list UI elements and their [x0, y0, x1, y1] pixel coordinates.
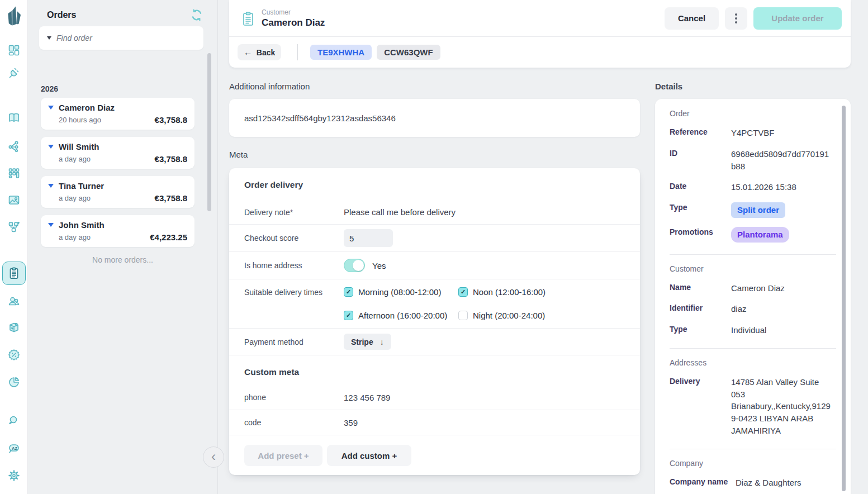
entity-type-label: Customer [262, 8, 325, 16]
delivery-time-checkbox-afternoon[interactable]: Afternoon (16:00-20:00) [344, 311, 458, 320]
add-custom-button[interactable]: Add custom + [327, 445, 411, 466]
orders-clipboard-icon [7, 266, 21, 281]
delivery-time-checkbox-night[interactable]: Night (20:00-24:00) [458, 311, 546, 320]
additional-information-heading: Additional information [229, 82, 640, 91]
detail-value: Individual [731, 324, 831, 336]
crystallize-logo-icon [4, 4, 23, 29]
details-section-addresses: Addresses [670, 358, 831, 367]
details-section-customer: Customer [670, 264, 831, 273]
crystallize-logo[interactable] [4, 4, 23, 29]
back-label: Back [257, 48, 275, 57]
customer-clipboard-icon [241, 11, 255, 26]
is-home-address-label: Is home address [244, 261, 344, 270]
delivery-time-checkbox-morning[interactable]: Morning (08:00-12:00) [344, 287, 458, 297]
sidebar-item-components[interactable] [7, 167, 21, 180]
sidebar-item-integrations[interactable] [7, 66, 21, 79]
is-home-address-toggle[interactable] [344, 259, 365, 272]
nav-rail: AZ [0, 0, 28, 494]
checkbox-icon [458, 287, 468, 297]
meta-heading: Meta [229, 150, 640, 159]
sidebar-item-localization[interactable]: AZ [7, 442, 21, 455]
orders-panel-title: Orders [47, 10, 76, 20]
detail-row: Date15.01.2026 15:38 [670, 181, 831, 193]
package-box-icon [7, 321, 21, 334]
sidebar-item-reports[interactable] [7, 376, 21, 389]
detail-value: diaz [731, 303, 831, 315]
chevron-left-icon: ‹ [211, 450, 216, 463]
custom-meta-row-phone: phone 123 456 789 [229, 385, 640, 410]
svg-text:AZ: AZ [12, 446, 17, 451]
find-order-input[interactable]: Find order [39, 26, 203, 50]
delivery-times-label: Suitable delivery times [244, 287, 344, 297]
delivery-time-checkbox-noon[interactable]: Noon (12:00-16:00) [458, 287, 546, 297]
order-name: John Smith [59, 220, 105, 230]
collapse-panel-button[interactable]: ‹ [203, 446, 224, 468]
details-scrollbar[interactable] [842, 106, 846, 491]
details-card: Order ReferenceY4PCTVBF ID6968edd5809d7d… [655, 99, 851, 494]
additional-information-card[interactable]: asd125342sdff564gby12312asdas56346 [229, 99, 640, 137]
sidebar-item-search[interactable] [7, 414, 21, 428]
checkbox-icon [344, 311, 353, 320]
sidebar-item-pipelines[interactable] [7, 140, 21, 153]
order-caret-icon [48, 145, 54, 149]
back-button[interactable]: ← Back [238, 44, 281, 60]
sidebar-item-settings[interactable] [7, 469, 21, 482]
pie-chart-icon [7, 376, 21, 389]
kebab-dot [735, 17, 737, 20]
orders-scrollbar[interactable] [207, 53, 211, 211]
add-preset-button[interactable]: Add preset + [244, 445, 322, 466]
update-order-button[interactable]: Update order [753, 7, 842, 30]
dashboard-grid-icon [7, 44, 21, 57]
order-amount: €4,223.25 [150, 232, 187, 242]
detail-value: 15.01.2026 15:38 [731, 181, 831, 193]
custom-meta-value[interactable]: 359 [344, 418, 358, 428]
refresh-icon[interactable] [189, 8, 204, 22]
checkout-score-input[interactable] [344, 229, 393, 247]
plug-icon [7, 66, 21, 79]
page-title: Cameron Diaz [262, 17, 325, 28]
order-tag[interactable]: TE9XHWHA [310, 45, 372, 60]
sidebar-item-subscriptions[interactable] [7, 321, 21, 334]
image-icon [7, 193, 21, 207]
is-home-address-state: Yes [372, 261, 386, 270]
order-amount: €3,758.8 [155, 193, 187, 203]
details-column: Details Order ReferenceY4PCTVBF ID6968ed… [655, 68, 851, 494]
order-caret-icon [48, 106, 54, 110]
sidebar-item-customers[interactable] [7, 294, 21, 308]
order-name: Cameron Diaz [59, 103, 115, 112]
sidebar-item-media[interactable] [7, 193, 21, 207]
no-more-orders-label: No more orders... [28, 255, 217, 264]
order-list-item[interactable]: Will Smith a day ago€3,758.8 [41, 137, 195, 169]
order-time: a day ago [59, 233, 91, 241]
custom-meta-value[interactable]: 123 456 789 [344, 393, 390, 402]
order-amount: €3,758.8 [155, 115, 187, 125]
find-order-placeholder: Find order [56, 34, 92, 42]
payment-method-value: Stripe [351, 338, 373, 346]
cancel-button[interactable]: Cancel [665, 7, 719, 30]
order-list-item[interactable]: Cameron Diaz 20 hours ago€3,758.8 [41, 98, 195, 130]
divider [670, 449, 836, 449]
payment-method-dropdown[interactable]: Stripe ↓ [344, 334, 391, 350]
checkbox-icon [458, 311, 468, 320]
order-tag[interactable]: CCW63QWF [377, 45, 440, 60]
custom-meta-row-code: code 359 [229, 410, 640, 435]
sidebar-item-catalogue[interactable] [7, 111, 21, 125]
order-list-item[interactable]: John Smith a day ago€4,223.25 [41, 215, 195, 247]
checkbox-label: Afternoon (16:00-20:00) [358, 311, 447, 320]
order-caret-icon [48, 184, 54, 188]
details-section-company: Company [670, 459, 831, 468]
more-options-button[interactable] [725, 7, 747, 30]
sidebar-item-orders[interactable] [2, 262, 26, 285]
detail-row: Delivery14785 Alan Valley Suite 053 Bria… [670, 376, 831, 437]
content-column: Additional information asd125342sdff564g… [229, 68, 640, 475]
order-list-item[interactable]: Tina Turner a day ago€3,758.8 [41, 176, 195, 208]
delivery-note-value[interactable]: Please call me before delivery [344, 207, 456, 217]
sidebar-item-discounts[interactable] [7, 348, 21, 362]
delivery-times-row: Suitable delivery times Morning (08:00-1… [229, 279, 640, 329]
additional-information-value: asd125342sdff564gby12312asdas56346 [244, 113, 396, 123]
checkbox-icon [344, 287, 353, 297]
order-name: Will Smith [59, 142, 99, 151]
sidebar-item-flows[interactable] [7, 220, 21, 234]
settings-gear-icon [7, 469, 21, 482]
sidebar-item-dashboard[interactable] [7, 44, 21, 57]
